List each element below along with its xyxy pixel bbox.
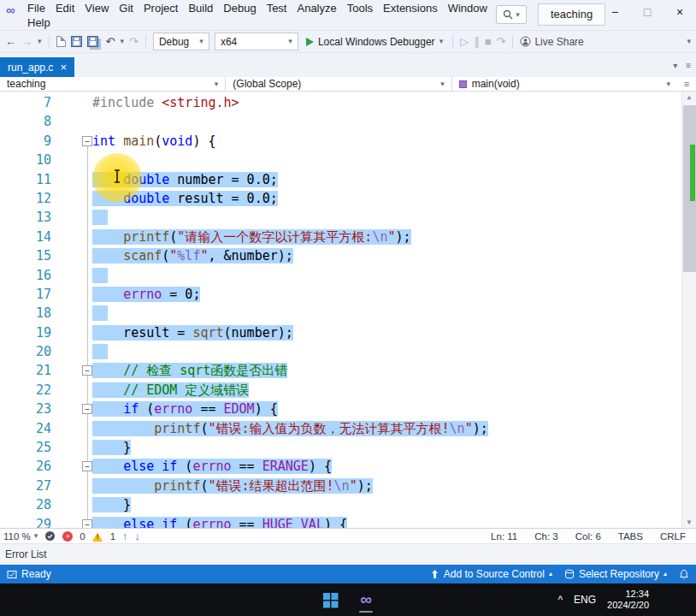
code-editor[interactable]: 7#include <string.h>8 9−int main(void) {… [0, 92, 696, 528]
save-icon[interactable] [71, 36, 82, 47]
menu-edit[interactable]: Edit [50, 1, 80, 15]
vertical-scrollbar[interactable]: ▲ ▼ [681, 92, 696, 528]
code-line-18[interactable]: 18 [0, 304, 681, 323]
chevron-down-icon[interactable]: ▾ [120, 38, 124, 45]
menu-file[interactable]: File [22, 1, 50, 15]
code-line-14[interactable]: 14 printf("请输入一个数字以计算其平方根:\n"); [0, 228, 681, 246]
code-text[interactable]: result = sqrt(number); [92, 323, 681, 342]
new-file-icon[interactable] [56, 36, 66, 47]
code-line-26[interactable]: 26− else if (errno == ERANGE) { [0, 457, 681, 476]
collapse-region-icon[interactable]: − [82, 365, 92, 376]
code-line-16[interactable]: 16 [0, 266, 681, 285]
code-text[interactable]: else if (errno == ERANGE) { [92, 457, 681, 476]
start-button[interactable] [317, 587, 343, 613]
step-over-icon[interactable]: ↷ [497, 36, 506, 47]
visual-studio-taskbar-icon[interactable]: ∞ [353, 587, 379, 613]
menu-test[interactable]: Test [262, 1, 292, 15]
language-indicator[interactable]: ENG [574, 594, 596, 606]
tray-expand-icon[interactable]: ^ [557, 594, 563, 606]
previous-issue-icon[interactable]: ↑ [122, 530, 128, 542]
scroll-up-icon[interactable]: ▲ [682, 93, 696, 101]
menu-window[interactable]: Window [443, 1, 493, 15]
tab-run-app-c[interactable]: run_app.c × [0, 57, 74, 77]
add-to-source-control-button[interactable]: Add to Source Control ▴ [430, 568, 552, 580]
menu-debug[interactable]: Debug [218, 1, 261, 15]
minimize-button[interactable]: − [599, 0, 631, 24]
toolbar-overflow-icon[interactable]: ▾ [687, 38, 691, 45]
code-line-28[interactable]: 28 } [0, 495, 681, 514]
code-text[interactable] [92, 151, 681, 169]
error-count[interactable]: 0 [80, 531, 85, 542]
code-line-20[interactable]: 20 [0, 342, 681, 361]
code-line-10[interactable]: 10 [0, 151, 681, 169]
next-issue-icon[interactable]: ↓ [135, 530, 141, 542]
code-text[interactable]: #include <string.h> [92, 93, 681, 112]
code-text[interactable] [92, 208, 681, 227]
platform-dropdown[interactable]: x64 ▾ [215, 33, 298, 50]
close-icon[interactable]: × [60, 62, 67, 73]
code-text[interactable] [92, 112, 681, 131]
navbar-expand-icon[interactable]: ≡ [677, 77, 696, 91]
code-text[interactable]: if (errno == EDOM) { [92, 400, 681, 418]
menu-tools[interactable]: Tools [342, 1, 378, 15]
live-share-button[interactable]: Live Share [520, 36, 583, 48]
start-without-debugging-icon[interactable]: ▷ [460, 36, 469, 47]
chevron-down-icon[interactable]: ▾ [673, 61, 677, 70]
menu-git[interactable]: Git [114, 1, 139, 15]
search-box[interactable]: ▾ [496, 5, 527, 24]
code-line-24[interactable]: 24 printf("错误:输入值为负数，无法计算其平方根!\n"); [0, 419, 681, 438]
error-icon[interactable]: × [62, 531, 73, 542]
menu-view[interactable]: View [80, 1, 114, 15]
warning-count[interactable]: 1 [110, 531, 115, 542]
collapse-region-icon[interactable]: − [82, 519, 92, 528]
scroll-down-icon[interactable]: ▼ [682, 518, 696, 526]
break-all-icon[interactable]: ∥ [474, 36, 480, 47]
menu-build[interactable]: Build [183, 1, 218, 15]
undo-icon[interactable]: ↶ [106, 36, 115, 47]
code-text[interactable] [92, 266, 681, 285]
code-line-12[interactable]: 12 double result = 0.0; [0, 189, 681, 208]
notifications-bell-icon[interactable] [679, 569, 689, 580]
solution-title[interactable]: teaching [538, 3, 605, 26]
navigate-back-icon[interactable]: ← [5, 36, 16, 47]
navigate-forward-icon[interactable]: → [21, 36, 32, 47]
zoom-dropdown[interactable]: 110 % ▾ [3, 531, 38, 542]
code-line-11[interactable]: 11 double number = 0.0; [0, 170, 681, 189]
menu-project[interactable]: Project [139, 1, 183, 15]
code-text[interactable]: double result = 0.0; [92, 189, 681, 208]
window-menu-icon[interactable]: ≡ [686, 61, 691, 70]
code-text[interactable]: printf("错误:输入值为负数，无法计算其平方根!\n"); [92, 419, 681, 438]
code-line-29[interactable]: 29− else if (errno == HUGE_VAL) { [0, 515, 681, 528]
redo-icon[interactable]: ↷ [129, 36, 139, 47]
close-button[interactable]: × [664, 0, 696, 24]
code-line-19[interactable]: 19 result = sqrt(number); [0, 323, 681, 342]
maximize-button[interactable]: □ [631, 0, 664, 24]
code-text[interactable]: int main(void) { [92, 132, 681, 151]
select-repository-button[interactable]: Select Repository ▴ [564, 568, 667, 580]
code-line-13[interactable]: 13 [0, 208, 681, 227]
scope-dropdown[interactable]: (Global Scope) ▾ [226, 77, 451, 91]
document-health-icon[interactable] [44, 530, 56, 542]
taskbar-clock[interactable]: 12:34 2024/2/20 [607, 589, 649, 611]
code-line-27[interactable]: 27 printf("错误:结果超出范围!\n"); [0, 477, 681, 495]
code-line-15[interactable]: 15 scanf("%lf", &number); [0, 246, 681, 265]
menu-analyze[interactable]: Analyze [292, 1, 341, 15]
code-text[interactable]: else if (errno == HUGE_VAL) { [92, 515, 681, 528]
configuration-dropdown[interactable]: Debug ▾ [153, 33, 209, 50]
code-text[interactable]: errno = 0; [92, 285, 681, 304]
code-text[interactable]: printf("错误:结果超出范围!\n"); [92, 477, 681, 495]
member-dropdown[interactable]: main(void) ▾ [452, 77, 677, 91]
code-text[interactable] [92, 342, 681, 361]
menu-extensions[interactable]: Extensions [378, 1, 443, 15]
collapse-region-icon[interactable]: − [82, 136, 92, 146]
code-line-25[interactable]: 25 } [0, 438, 681, 457]
code-text[interactable]: } [92, 438, 681, 457]
code-line-8[interactable]: 8 [0, 112, 681, 131]
save-all-icon[interactable] [87, 36, 98, 47]
code-line-17[interactable]: 17 errno = 0; [0, 285, 681, 304]
collapse-region-icon[interactable]: − [82, 461, 92, 471]
code-line-7[interactable]: 7#include <string.h> [0, 93, 681, 112]
code-text[interactable]: } [92, 495, 681, 514]
code-line-22[interactable]: 22 // EDOM 定义域错误 [0, 381, 681, 400]
code-line-23[interactable]: 23− if (errno == EDOM) { [0, 400, 681, 418]
